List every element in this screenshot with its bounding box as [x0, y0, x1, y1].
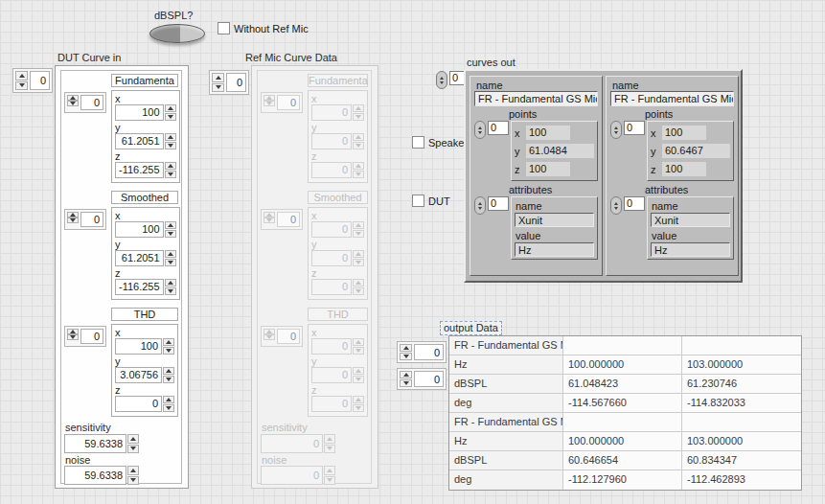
fundamental-header: Fundamenta [111, 74, 178, 87]
decrement-icon[interactable] [163, 347, 174, 355]
smoothed-index-value: 0 [277, 212, 300, 227]
decrement-icon[interactable] [212, 83, 224, 93]
x-field[interactable]: 100 [115, 104, 164, 121]
noise-value[interactable]: 59.6338 [64, 466, 126, 485]
ref-array-index-value[interactable]: 0 [226, 73, 246, 92]
attributes-index-value[interactable]: 0 [488, 196, 509, 211]
speaker-checkbox[interactable]: Speaker [412, 136, 468, 149]
z-label: z [311, 150, 364, 162]
increment-icon[interactable] [15, 71, 28, 80]
decrement-icon[interactable] [67, 101, 79, 106]
points-label: points [645, 108, 734, 120]
decrement-icon[interactable] [163, 376, 174, 383]
increment-icon[interactable] [400, 371, 412, 378]
ref-array-index[interactable]: 0 [209, 70, 249, 95]
x-field: 0 [311, 104, 352, 121]
checkbox-box-icon[interactable] [218, 22, 230, 34]
index-arrows-icon[interactable] [474, 121, 486, 139]
decrement-icon[interactable] [127, 476, 139, 486]
increment-icon[interactable] [163, 396, 174, 403]
noise-field: 0 [261, 466, 335, 485]
x-field[interactable]: 100 [115, 221, 164, 238]
index-arrows-icon[interactable] [610, 196, 622, 215]
output-col-index[interactable]: 0 [397, 368, 447, 390]
smoothed-index-value[interactable]: 0 [80, 212, 103, 227]
table-cell: Hz [449, 355, 563, 375]
output-data-title[interactable]: output Data [440, 321, 502, 335]
decrement-icon[interactable] [165, 113, 176, 121]
sensitivity-field[interactable]: 59.6338 [64, 434, 139, 453]
output-row-index-value[interactable]: 0 [414, 344, 444, 360]
without-ref-mic-checkbox[interactable]: Without Ref Mic [218, 22, 309, 34]
attr-value-field: Hz [651, 242, 730, 257]
z-field[interactable]: -116.255 [115, 162, 164, 178]
increment-icon[interactable] [127, 434, 139, 444]
z-field[interactable]: -116.255 [115, 279, 164, 295]
points-index-value[interactable]: 0 [488, 121, 509, 135]
dut-curve-title: DUT Curve in [57, 52, 121, 63]
increment-icon[interactable] [165, 104, 176, 112]
decrement-icon[interactable] [165, 230, 176, 238]
table-cell: deg [449, 394, 563, 413]
index-arrows-icon[interactable] [436, 71, 447, 89]
decrement-icon [324, 445, 335, 454]
y-field[interactable]: 61.2051 [115, 250, 164, 266]
index-arrows-icon[interactable] [474, 196, 486, 215]
thd-index[interactable]: 0 [64, 326, 106, 347]
y-label: y [115, 355, 174, 367]
increment-icon[interactable] [212, 73, 224, 82]
x-field: 100 [662, 126, 706, 140]
index-arrows-icon[interactable] [610, 121, 622, 139]
fundamental-index[interactable]: 0 [64, 92, 106, 113]
decrement-icon[interactable] [165, 142, 176, 149]
increment-icon[interactable] [127, 466, 139, 475]
x-label: x [651, 127, 662, 139]
increment-icon[interactable] [163, 338, 174, 346]
decrement-icon[interactable] [127, 445, 139, 454]
decrement-icon [353, 376, 364, 383]
increment-icon[interactable] [165, 133, 176, 141]
increment-icon[interactable] [165, 221, 176, 229]
fundamental-index-value[interactable]: 0 [80, 95, 103, 110]
smoothed-index[interactable]: 0 [64, 209, 106, 230]
decrement-icon[interactable] [15, 81, 28, 91]
decrement-icon[interactable] [67, 218, 79, 223]
table-cell: 60.834347 [682, 451, 801, 470]
increment-icon[interactable] [165, 250, 176, 258]
decrement-icon[interactable] [400, 353, 412, 360]
decrement-icon[interactable] [165, 259, 176, 266]
thd-index-value[interactable]: 0 [80, 329, 103, 344]
increment-icon[interactable] [165, 162, 176, 170]
name-label: name [612, 80, 734, 91]
z-label: z [311, 384, 364, 396]
x-label: x [311, 93, 364, 104]
dut-array-index-value[interactable]: 0 [30, 71, 50, 90]
y-field: 0 [311, 367, 352, 383]
decrement-icon[interactable] [165, 287, 176, 295]
checkbox-box-icon[interactable] [412, 195, 424, 207]
noise-field[interactable]: 59.6338 [64, 466, 139, 485]
dbspl-toggle[interactable] [149, 24, 205, 43]
sensitivity-value[interactable]: 59.6338 [64, 434, 126, 453]
dut-curve-panel: Fundamenta 0 x 100 y 61.2051 z -116.255 … [55, 65, 189, 489]
dut-checkbox[interactable]: DUT [412, 195, 450, 207]
decrement-icon[interactable] [400, 379, 412, 387]
x-field[interactable]: 100 [115, 338, 162, 355]
decrement-icon[interactable] [163, 404, 174, 412]
output-data-table: FR - Fundamental GS Mic1 Hz100.000000103… [448, 335, 802, 491]
decrement-icon[interactable] [67, 334, 79, 340]
y-field[interactable]: 61.2051 [115, 133, 164, 149]
points-index-value[interactable]: 0 [624, 121, 645, 135]
output-col-index-value[interactable]: 0 [414, 371, 444, 387]
dut-array-index[interactable]: 0 [12, 68, 53, 93]
output-row-index[interactable]: 0 [397, 341, 447, 363]
decrement-icon[interactable] [165, 171, 176, 178]
attributes-index-value[interactable]: 0 [624, 196, 645, 211]
increment-icon[interactable] [163, 367, 174, 375]
checkbox-box-icon[interactable] [412, 136, 424, 149]
z-field[interactable]: 0 [115, 396, 162, 412]
y-field[interactable]: 3.06756 [115, 367, 162, 383]
fundamental-header: Fundamenta [308, 74, 368, 87]
increment-icon[interactable] [165, 279, 176, 286]
increment-icon[interactable] [400, 344, 412, 352]
